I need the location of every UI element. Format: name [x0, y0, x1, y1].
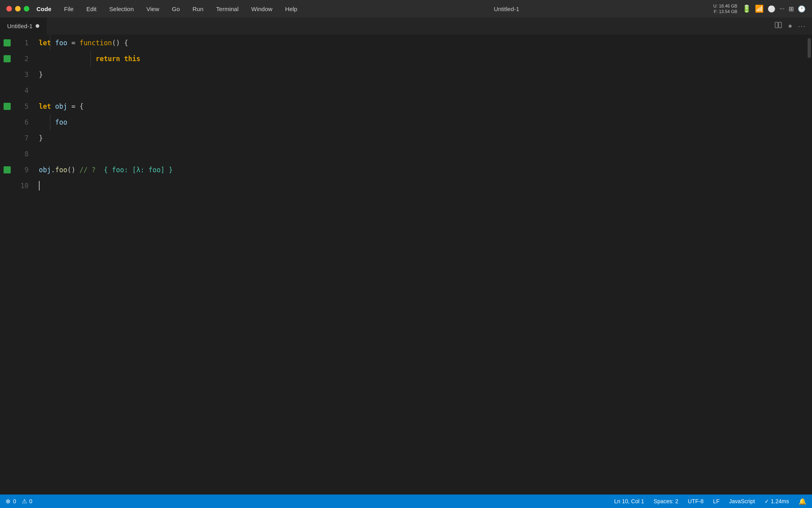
code-line-8: [39, 146, 806, 162]
code-line-6: foo: [39, 114, 806, 130]
cursor: [39, 181, 40, 190]
indicator-6: [0, 114, 14, 130]
linenum-1: 1: [25, 35, 29, 51]
linenum-5: 5: [25, 98, 29, 114]
close-button[interactable]: [6, 6, 12, 12]
code-line-5: let obj = {: [39, 98, 806, 114]
linenum-8: 8: [25, 146, 29, 162]
linenum-9: 9: [25, 162, 29, 178]
token: }: [39, 130, 43, 146]
line-ending-indicator[interactable]: LF: [713, 498, 719, 504]
token: obj: [55, 98, 67, 114]
warning-count: 0: [29, 498, 33, 504]
system-status: U: 18.46 GB F: 13.54 GB 🔋 📶 ⚪ ··· ⊞ 🕐: [713, 3, 806, 15]
token: = {: [67, 98, 84, 114]
tab-modified-indicator: [36, 24, 39, 28]
menu-item-code[interactable]: Code: [34, 4, 54, 14]
menu-item-selection[interactable]: Selection: [107, 4, 136, 14]
indicator-4: [0, 83, 14, 98]
menu-item-go[interactable]: Go: [170, 4, 182, 14]
menu-items: Code File Edit Selection View Go Run Ter…: [34, 4, 300, 14]
code-line-7: }: [39, 130, 806, 146]
code-line-4: [39, 83, 806, 98]
error-count: 0: [13, 498, 16, 504]
status-bar: ⊗ 0 ⚠ 0 Ln 10, Col 1 Spaces: 2 UTF-8 LF …: [0, 495, 812, 508]
indicator-9: [0, 162, 14, 178]
code-editor[interactable]: let foo = function() { return this } let…: [35, 35, 806, 495]
system-icons: 🔋 📶 ⚪ ··· ⊞ 🕐: [742, 4, 806, 13]
indicator-5: [0, 98, 14, 114]
tab-bar-actions: ● ···: [774, 21, 812, 31]
error-icon: ⊗: [6, 498, 11, 505]
menu-item-file[interactable]: File: [62, 4, 76, 14]
indicator-1: [0, 35, 14, 51]
control-center-icon: ⊞: [789, 5, 794, 13]
token: () {: [112, 35, 128, 51]
status-bar-left: ⊗ 0 ⚠ 0: [6, 498, 33, 505]
window-title: Untitled-1: [300, 6, 713, 12]
timing-indicator: ✓ 1.24ms: [764, 498, 789, 504]
linenum-3: 3: [25, 67, 29, 83]
code-line-9: obj.foo() // ? { foo: [λ: foo] }: [39, 162, 806, 178]
tab-label: Untitled-1: [7, 23, 33, 29]
indicator-2: [0, 51, 14, 67]
tab-bar: Untitled-1 ● ···: [0, 17, 812, 35]
token: obj: [39, 162, 51, 178]
token: { foo: [λ: foo] }: [100, 162, 173, 178]
linenum-4: 4: [25, 83, 29, 98]
spaces-indicator[interactable]: Spaces: 2: [654, 498, 678, 504]
code-line-2: return this: [39, 51, 806, 67]
menu-item-window[interactable]: Window: [249, 4, 275, 14]
svg-rect-0: [775, 22, 778, 28]
scrollbar-thumb[interactable]: [808, 38, 811, 58]
code-line-10: [39, 178, 806, 194]
status-bar-right: Ln 10, Col 1 Spaces: 2 UTF-8 LF JavaScri…: [614, 498, 806, 505]
window-controls: [6, 6, 29, 12]
cursor-position[interactable]: Ln 10, Col 1: [614, 498, 644, 504]
code-line-3: }: [39, 67, 806, 83]
dots-icon: ···: [779, 5, 785, 12]
encoding-indicator[interactable]: UTF-8: [688, 498, 704, 504]
token: this: [124, 51, 140, 67]
more-actions-icon[interactable]: ···: [798, 21, 806, 31]
linenum-7: 7: [25, 130, 29, 146]
token: foo: [55, 114, 67, 130]
linenum-6: 6: [25, 114, 29, 130]
menu-item-edit[interactable]: Edit: [84, 4, 99, 14]
clock-icon: 🕐: [798, 5, 806, 13]
minimize-button[interactable]: [15, 6, 21, 12]
menu-item-view[interactable]: View: [144, 4, 161, 14]
menu-item-run[interactable]: Run: [190, 4, 206, 14]
menu-item-terminal[interactable]: Terminal: [214, 4, 241, 14]
memory-info: U: 18.46 GB F: 13.54 GB: [713, 3, 737, 15]
battery-icon: 🔋: [742, 4, 751, 13]
indicator-10: [0, 178, 14, 194]
language-indicator[interactable]: JavaScript: [729, 498, 755, 504]
notifications-icon[interactable]: 🔔: [799, 498, 806, 505]
token: let: [39, 98, 55, 114]
maximize-button[interactable]: [24, 6, 29, 12]
menu-bar: Code File Edit Selection View Go Run Ter…: [0, 0, 812, 17]
token: function: [79, 35, 112, 51]
split-editor-icon[interactable]: [774, 21, 782, 31]
indicator-8: [0, 146, 14, 162]
scrollbar-track[interactable]: [806, 35, 812, 495]
indicator-7: [0, 130, 14, 146]
linenum-2: 2: [25, 51, 29, 67]
token: foo: [55, 162, 67, 178]
token: // ?: [79, 162, 100, 178]
wifi-icon: 📶: [755, 4, 764, 13]
tab-untitled1[interactable]: Untitled-1: [0, 17, 47, 35]
indicator-3: [0, 67, 14, 83]
circle-icon[interactable]: ●: [788, 22, 792, 30]
svg-rect-1: [779, 22, 781, 28]
line-numbers: 1 2 3 4 5 6 7 8 9 10: [14, 35, 35, 495]
menu-item-help[interactable]: Help: [283, 4, 300, 14]
token: return: [96, 51, 124, 67]
linenum-10: 10: [21, 178, 29, 194]
line-indicator-column: [0, 35, 14, 495]
editor-area: 1 2 3 4 5 6 7 8 9 10 let foo = function(…: [0, 35, 812, 495]
code-line-1: let foo = function() {: [39, 35, 806, 51]
spotlight-icon: ⚪: [768, 5, 776, 13]
token: .: [51, 162, 55, 178]
